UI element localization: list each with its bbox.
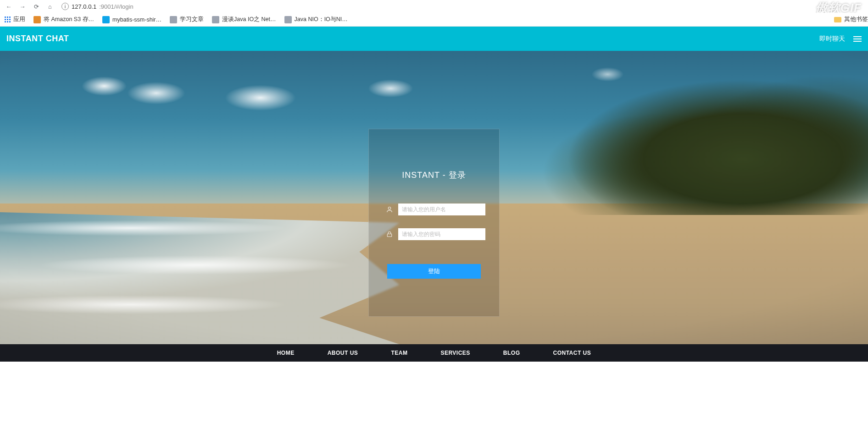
- bookmark-item[interactable]: 漫谈Java IO之 Net…: [212, 16, 276, 23]
- bookmark-label: mybatis-ssm-shir…: [112, 16, 161, 23]
- url-host: 127.0.0.1: [72, 3, 96, 10]
- username-input[interactable]: [398, 204, 485, 215]
- browser-reload-button[interactable]: ⟳: [32, 3, 40, 10]
- bookmarks-bar: 应用 将 Amazon S3 存… mybatis-ssm-shir… 学习文章…: [0, 13, 868, 27]
- footer-nav: HOME ABOUT US TEAM SERVICES BLOG CONTACT…: [0, 344, 868, 362]
- url-path: :9001/#/login: [99, 3, 133, 10]
- bookmark-label: 漫谈Java IO之 Net…: [222, 16, 276, 23]
- bookmark-favicon: [33, 16, 41, 23]
- footer-link-about[interactable]: ABOUT US: [328, 350, 358, 356]
- svg-point-0: [388, 207, 390, 209]
- password-input[interactable]: [398, 228, 485, 240]
- bookmark-favicon: [212, 16, 219, 23]
- browser-forward-button[interactable]: →: [18, 3, 27, 10]
- brand-title: INSTANT CHAT: [6, 34, 69, 44]
- svg-rect-1: [387, 234, 391, 236]
- apps-shortcut[interactable]: 应用: [5, 16, 25, 23]
- apps-label: 应用: [13, 16, 25, 23]
- bookmark-item[interactable]: 将 Amazon S3 存…: [33, 16, 94, 23]
- username-row: [369, 204, 499, 215]
- password-row: [369, 228, 499, 240]
- hero-section: INSTANT - 登录 登陆: [0, 51, 868, 344]
- site-info-icon[interactable]: i: [61, 3, 69, 10]
- footer-link-blog[interactable]: BLOG: [503, 350, 520, 356]
- footer-link-contact[interactable]: CONTACT US: [553, 350, 591, 356]
- browser-omnibox[interactable]: i 127.0.0.1:9001/#/login: [61, 1, 134, 11]
- login-title: INSTANT - 登录: [402, 170, 466, 181]
- footer-link-services[interactable]: SERVICES: [440, 350, 470, 356]
- other-bookmarks-label: 其他书签: [844, 16, 868, 23]
- bookmark-label: Java NIO：IO与NI…: [295, 16, 348, 23]
- bookmark-item[interactable]: Java NIO：IO与NI…: [284, 16, 348, 23]
- bookmark-label: 学习文章: [180, 16, 204, 23]
- bookmark-favicon: [102, 16, 110, 23]
- app-topnav: INSTANT CHAT 即时聊天: [0, 27, 868, 51]
- bookmark-favicon: [284, 16, 292, 23]
- browser-back-button[interactable]: ←: [5, 3, 13, 10]
- user-icon: [385, 205, 394, 214]
- apps-icon: [5, 16, 11, 22]
- bookmark-item[interactable]: 学习文章: [170, 16, 204, 23]
- bookmark-label: 将 Amazon S3 存…: [44, 16, 94, 23]
- bookmark-favicon: [170, 16, 177, 23]
- bookmark-item[interactable]: mybatis-ssm-shir…: [102, 16, 161, 23]
- login-card: INSTANT - 登录 登陆: [368, 129, 500, 317]
- folder-icon: [834, 17, 841, 22]
- hamburger-menu-icon[interactable]: [853, 36, 862, 42]
- browser-toolbar: ← → ⟳ ⌂ i 127.0.0.1:9001/#/login 傲软GIF: [0, 0, 868, 13]
- lock-icon: [385, 230, 394, 238]
- login-submit-button[interactable]: 登陆: [387, 264, 481, 279]
- footer-link-team[interactable]: TEAM: [391, 350, 407, 356]
- browser-home-button[interactable]: ⌂: [46, 3, 54, 10]
- topnav-chat-link[interactable]: 即时聊天: [819, 35, 845, 43]
- other-bookmarks[interactable]: 其他书签: [834, 16, 868, 23]
- footer-link-home[interactable]: HOME: [277, 350, 295, 356]
